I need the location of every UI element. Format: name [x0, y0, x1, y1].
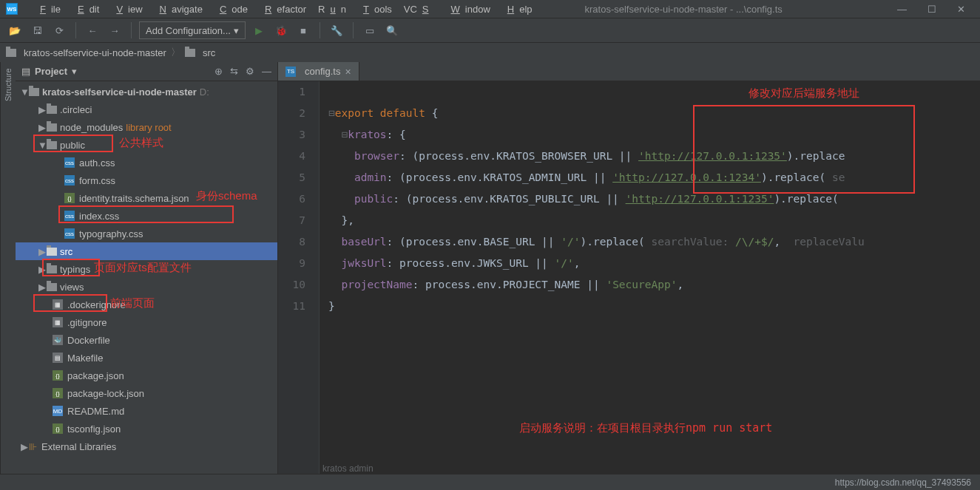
locate-icon[interactable]: ⊕ [214, 66, 223, 77]
tree-public[interactable]: ▼ public [16, 136, 277, 154]
open-icon[interactable]: 📂 [6, 21, 24, 39]
project-tree[interactable]: ▼ kratos-selfservice-ui-node-master D: ▶… [16, 81, 277, 474]
gear-icon[interactable]: ⚙ [246, 66, 254, 77]
tree-identity-json[interactable]: {}identity.traits.schema.json [16, 189, 277, 207]
minimize-icon[interactable]: — [897, 4, 907, 15]
tree-package-json[interactable]: {}package.json [16, 367, 277, 384]
debug-icon[interactable]: 🐞 [272, 21, 290, 39]
close-tab-icon[interactable]: × [345, 66, 351, 78]
tab-config-ts[interactable]: TS config.ts × [278, 62, 359, 81]
hide-icon[interactable]: — [262, 66, 271, 77]
project-icon: ▤ [21, 66, 30, 77]
tree-package-lock-json[interactable]: {}package-lock.json [16, 384, 277, 402]
menu-tools[interactable]: Tools [353, 2, 397, 16]
save-icon[interactable]: 🖫 [28, 21, 46, 39]
menu-help[interactable]: Help [497, 2, 538, 16]
run-icon[interactable]: ▶ [250, 21, 268, 39]
tree-auth-css[interactable]: cssauth.css [16, 154, 277, 171]
tree-views[interactable]: ▶ views [16, 278, 277, 296]
editor-area: TS config.ts × 123 456 789 1011 ⊟export … [278, 62, 980, 474]
tree-gitignore[interactable]: ▦.gitignore [16, 313, 277, 331]
window-controls: — ☐ ✕ [897, 4, 974, 15]
menu-window[interactable]: Window [441, 2, 496, 16]
project-panel: ▤ Project ▾ ⊕ ⇆ ⚙ — ▼ kratos-selfservice… [16, 62, 278, 474]
breadcrumb-src[interactable]: src [203, 47, 215, 58]
tree-index-css[interactable]: cssindex.css [16, 207, 277, 225]
app-icon: WS [6, 3, 18, 15]
line-gutter: 123 456 789 1011 [278, 81, 320, 474]
tree-root[interactable]: ▼ kratos-selfservice-ui-node-master D: [16, 83, 277, 101]
menu-run[interactable]: Run [313, 2, 351, 16]
menu-file[interactable]: File [30, 2, 66, 16]
tree-typography-css[interactable]: csstypography.css [16, 225, 277, 242]
tree-external-libraries[interactable]: ▶⊪ External Libraries [16, 438, 277, 455]
folder-icon [185, 49, 195, 57]
titlebar: WS File Edit View Navigate Code Refactor… [0, 0, 980, 18]
redo-icon[interactable]: → [106, 21, 124, 39]
tree-readme-md[interactable]: MDREADME.md [16, 402, 277, 420]
undo-icon[interactable]: ← [84, 21, 101, 39]
folder-icon [6, 49, 16, 57]
tree-circleci[interactable]: ▶ .circleci [16, 101, 277, 118]
ts-file-icon: TS [285, 67, 296, 77]
tree-dockerfile[interactable]: 🐳Dockerfile [16, 331, 277, 349]
code-content[interactable]: ⊟export default { ⊟kratos: { browser: (p… [320, 81, 980, 474]
breadcrumb-root[interactable]: kratos-selfservice-ui-node-master [24, 47, 166, 58]
layout-icon[interactable]: ▭ [361, 21, 379, 39]
start-annotation: 启动服务说明：在项目根目录执行npm run start [519, 418, 772, 439]
tree-node-modules[interactable]: ▶ node_modules library root [16, 118, 277, 136]
toolbar: 📂 🖫 ⟳ ← → Add Configuration...▾ ▶ 🐞 ■ 🔧 … [0, 18, 980, 43]
backend-annotation: 修改对应后端服务地址 [748, 83, 859, 104]
tree-dockerignore[interactable]: ▦.dockerignore [16, 296, 277, 313]
maximize-icon[interactable]: ☐ [927, 4, 936, 15]
menu-navigate[interactable]: Navigate [149, 2, 208, 16]
breadcrumb-bottom: kratos admin [322, 463, 374, 474]
tree-tsconfig-json[interactable]: {}tsconfig.json [16, 420, 277, 438]
tools-icon[interactable]: 🔧 [328, 21, 345, 39]
tree-typings[interactable]: ▶ typings [16, 260, 277, 278]
menu-view[interactable]: View [106, 2, 147, 16]
tab-bar: TS config.ts × [278, 62, 980, 81]
watermark: https://blog.csdn.net/qq_37493556 [835, 477, 971, 488]
statusbar: https://blog.csdn.net/qq_37493556 [0, 474, 980, 490]
collapse-icon[interactable]: ⇆ [230, 66, 238, 77]
menu-edit[interactable]: Edit [67, 2, 104, 16]
menu-code[interactable]: Code [209, 2, 253, 16]
tree-form-css[interactable]: cssform.css [16, 171, 277, 189]
code-editor[interactable]: 123 456 789 1011 ⊟export default { ⊟krat… [278, 81, 980, 474]
close-icon[interactable]: ✕ [957, 4, 965, 15]
menu-refactor[interactable]: Refactor [254, 2, 311, 16]
window-title: kratos-selfservice-ui-node-master - ...\… [585, 4, 783, 15]
left-tool-window-bar[interactable]: Structure [0, 62, 16, 474]
tree-makefile[interactable]: ▤Makefile [16, 349, 277, 367]
run-config-dropdown[interactable]: Add Configuration...▾ [139, 21, 246, 39]
menu-vcs[interactable]: VCS [399, 2, 439, 16]
search-icon[interactable]: 🔍 [383, 21, 401, 39]
structure-tab[interactable]: Structure [4, 68, 13, 101]
menubar: File Edit View Navigate Code Refactor Ru… [21, 2, 538, 16]
project-panel-header: ▤ Project ▾ ⊕ ⇆ ⚙ — [16, 62, 277, 81]
stop-icon[interactable]: ■ [294, 21, 312, 39]
panel-title[interactable]: Project [35, 66, 67, 77]
reload-icon[interactable]: ⟳ [50, 21, 68, 39]
breadcrumb: kratos-selfservice-ui-node-master 〉 src [0, 43, 980, 62]
tree-src[interactable]: ▶ src [16, 242, 277, 260]
